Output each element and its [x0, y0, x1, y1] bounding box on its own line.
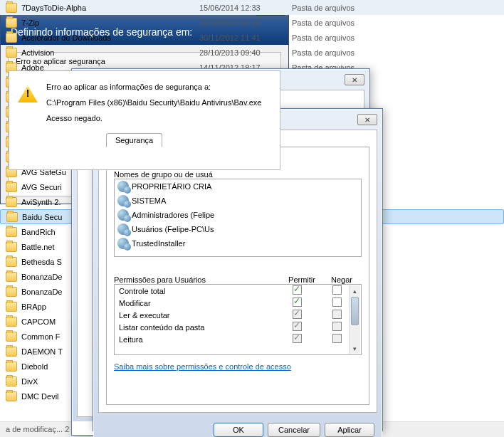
file-type: Pasta de arquivos — [292, 33, 355, 42]
folder-icon — [6, 332, 17, 342]
folder-icon — [6, 227, 17, 237]
ok-button[interactable]: OK — [214, 423, 263, 437]
file-date: 29/10/2012 00:16 — [199, 19, 292, 27]
group-item[interactable]: SISTEMA — [115, 194, 361, 208]
folder-icon — [6, 242, 17, 252]
folder-icon — [6, 18, 17, 28]
column-allow: Permitir — [282, 275, 322, 284]
close-icon[interactable]: ✕ — [357, 114, 377, 125]
group-name: Administradores (Felipe — [132, 211, 214, 219]
folder-icon — [6, 391, 17, 401]
group-name: TrustedInstaller — [132, 239, 185, 248]
deny-checkbox[interactable] — [332, 285, 342, 295]
learn-more-link[interactable]: Saiba mais sobre permissões e controle d… — [114, 362, 291, 371]
group-item[interactable]: Administradores (Felipe — [115, 208, 361, 222]
tab-security[interactable]: Segurança — [106, 133, 162, 147]
file-name: 7-Zip — [21, 19, 199, 27]
permission-row: Modificar — [115, 297, 361, 309]
scroll-down-icon[interactable]: ▾ — [350, 343, 360, 354]
permissions-for-label: Permissões para Usuários — [114, 275, 282, 284]
groups-label: Nomes de grupo ou de usuá — [114, 170, 362, 179]
allow-checkbox[interactable] — [293, 285, 302, 295]
permission-row: Leitura — [115, 333, 361, 345]
folder-icon — [6, 272, 17, 282]
scroll-up-icon[interactable]: ▴ — [350, 285, 360, 296]
file-row[interactable]: Activision28/10/2013 09:40Pasta de arqui… — [0, 45, 504, 60]
group-name: PROPRIETÁRIO CRIA — [132, 182, 211, 191]
file-type: Pasta de arquivos — [292, 4, 355, 12]
folder-icon — [6, 302, 17, 312]
groups-listbox[interactable]: PROPRIETÁRIO CRIASISTEMAAdministradores … — [114, 179, 362, 257]
user-group-icon — [117, 181, 129, 192]
file-date: 15/06/2014 12:33 — [199, 4, 292, 12]
deny-checkbox — [332, 334, 342, 343]
allow-checkbox — [293, 322, 302, 331]
error-message-1: Erro ao aplicar as informações de segura… — [46, 83, 261, 91]
file-row[interactable]: 7DaysToDie-Alpha15/06/2014 12:33Pasta de… — [0, 0, 504, 15]
folder-icon — [6, 3, 17, 13]
folder-icon — [6, 287, 17, 297]
cancel-button[interactable]: Cancelar — [268, 423, 320, 437]
permissions-list: Controle totalModificarLer & executarLis… — [114, 284, 362, 355]
user-group-icon — [117, 238, 129, 249]
file-name: 7DaysToDie-Alpha — [21, 4, 199, 12]
file-row[interactable]: Acelerador de Downloads30/11/2012 11:41P… — [0, 30, 504, 45]
close-icon[interactable]: ✕ — [345, 74, 364, 85]
user-group-icon — [117, 195, 129, 206]
allow-checkbox — [293, 310, 302, 319]
column-deny: Negar — [322, 275, 362, 284]
permission-name: Ler & executar — [119, 311, 277, 320]
permission-row: Controle total — [115, 285, 361, 297]
scrollbar[interactable]: ▴ ▾ — [349, 285, 360, 354]
deny-checkbox — [332, 310, 342, 319]
error-message-2: Acesso negado. — [46, 114, 261, 122]
folder-icon — [6, 362, 17, 372]
file-row[interactable]: 7-Zip29/10/2012 00:16Pasta de arquivos — [0, 15, 504, 30]
file-name: Acelerador de Downloads — [21, 33, 199, 42]
deny-checkbox[interactable] — [332, 298, 342, 307]
file-date: 28/10/2013 09:40 — [199, 48, 292, 57]
folder-icon — [6, 48, 17, 58]
error-path: C:\Program Files (x86)\Baidu Security\Ba… — [46, 98, 261, 107]
folder-icon — [6, 182, 17, 192]
allow-checkbox — [293, 334, 302, 343]
group-item[interactable]: TrustedInstaller — [115, 236, 361, 251]
group-name: Usuários (Felipe-PC\Us — [132, 225, 214, 233]
permission-name: Listar conteúdo da pasta — [119, 323, 277, 332]
file-type: Pasta de arquivos — [292, 48, 355, 57]
folder-icon — [6, 377, 17, 386]
permission-row: Ler & executar — [115, 309, 361, 321]
user-group-icon — [117, 223, 129, 235]
deny-checkbox — [332, 322, 342, 331]
folder-icon — [6, 317, 17, 327]
permission-name: Modificar — [119, 299, 277, 307]
allow-checkbox[interactable] — [293, 298, 302, 307]
permission-name: Leitura — [119, 335, 277, 344]
user-group-icon — [117, 209, 129, 221]
folder-icon — [6, 212, 18, 222]
folder-icon — [6, 197, 17, 207]
permission-row: Listar conteúdo da pasta — [115, 321, 361, 333]
group-name: SISTEMA — [132, 196, 166, 205]
file-type: Pasta de arquivos — [292, 19, 355, 27]
scroll-thumb[interactable] — [351, 297, 359, 325]
file-name: Activision — [21, 48, 199, 57]
group-item[interactable]: Usuários (Felipe-PC\Us — [115, 222, 361, 236]
folder-icon — [6, 33, 17, 43]
apply-button[interactable]: Aplicar — [325, 423, 374, 437]
folder-icon — [6, 347, 17, 357]
folder-icon — [6, 257, 17, 267]
permission-name: Controle total — [119, 287, 277, 295]
file-date: 30/11/2012 11:41 — [199, 33, 292, 42]
group-item[interactable]: PROPRIETÁRIO CRIA — [115, 179, 361, 194]
warning-icon — [18, 85, 38, 102]
